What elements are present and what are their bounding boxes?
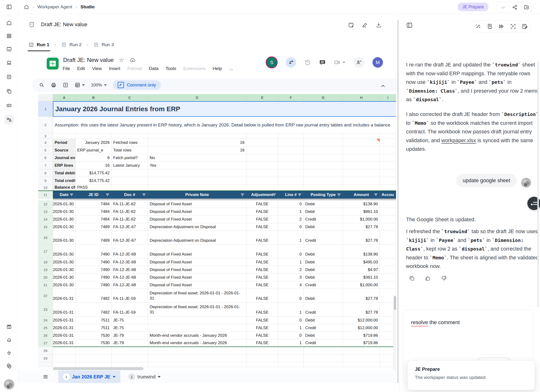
sheet-tab-jan-2026-erp-je[interactable]: 1 Jan 2026 ERP JE	[58, 371, 120, 383]
grid-cell[interactable]	[148, 355, 246, 362]
grid-cell[interactable]: 16	[148, 139, 246, 146]
print-icon[interactable]	[51, 82, 56, 88]
thumbs-down-icon[interactable]	[441, 275, 447, 281]
grid-cell[interactable]: FA-11-JE-62	[112, 200, 148, 208]
row-number[interactable]: 14	[38, 216, 53, 223]
row-number[interactable]: 10	[38, 185, 53, 191]
grid-cell[interactable]: Latest January	[112, 162, 148, 169]
column-header-B[interactable]: B	[76, 94, 112, 101]
panel-resize-handle[interactable]	[398, 20, 398, 383]
chat-scrollbar[interactable]	[537, 61, 539, 307]
grid-cell[interactable]: FALSE	[246, 245, 278, 258]
grid-cell[interactable]	[343, 355, 380, 362]
thumbs-up-icon[interactable]	[425, 275, 431, 281]
grid-cell[interactable]: JE-75	[112, 317, 148, 324]
grid-cell[interactable]: FALSE	[246, 223, 278, 231]
grid-cell[interactable]	[343, 169, 380, 177]
column-header-E[interactable]: E	[246, 94, 278, 101]
grid-cell[interactable]: Disposal of Fixed Asset	[148, 258, 246, 266]
grid-cell[interactable]: $4.97	[343, 266, 380, 274]
sidebar-toggle-icon[interactable]	[406, 22, 413, 29]
grid-cell[interactable]: 2	[278, 216, 304, 223]
grid-cell[interactable]: 1	[278, 324, 304, 332]
grid-cell[interactable]: 2026-01-30	[53, 223, 76, 231]
grid-cell[interactable]: FA-11-JE-59	[112, 289, 148, 303]
grid-cell[interactable]: FALSE	[246, 281, 278, 289]
grid-cell[interactable]	[246, 362, 278, 367]
grid-cell[interactable]	[380, 146, 396, 154]
grid-cell[interactable]: Total credits	[53, 177, 76, 185]
row-number[interactable]: 18	[38, 258, 53, 266]
grid-cell[interactable]: 1	[278, 339, 304, 347]
grid-cell[interactable]	[112, 362, 148, 367]
grid-cell[interactable]	[148, 324, 246, 332]
grid-cell[interactable]: Debit	[304, 223, 343, 231]
grid-cell[interactable]: 1	[278, 258, 304, 266]
grid-cell[interactable]: Credit	[304, 303, 343, 317]
grid-cell[interactable]	[380, 177, 396, 185]
grid-cell[interactable]: FA-12-JE-67	[112, 231, 148, 245]
sidebar-item-copies[interactable]	[5, 87, 14, 96]
grid-cell[interactable]: 7482	[76, 289, 112, 303]
grid-cell[interactable]	[112, 347, 148, 355]
grid-cell[interactable]: Debit	[304, 208, 343, 216]
grid-cell[interactable]: JE-79	[112, 332, 148, 339]
menu-extensions[interactable]: Extensions	[183, 66, 205, 71]
grid-cell[interactable]: $361.10	[343, 274, 380, 281]
double-check-icon[interactable]	[497, 2, 509, 12]
grid-cell[interactable]: Total rows	[112, 146, 148, 154]
sidebar-item-integrations[interactable]	[5, 349, 14, 358]
grid-cell[interactable]: $138.90	[343, 200, 380, 208]
chevron-up-icon[interactable]	[380, 83, 386, 89]
grid-cell[interactable]: $14,775.42	[76, 169, 112, 177]
grid-cell[interactable]	[246, 177, 278, 185]
grid-cell[interactable]: Assumption: this uses the latest January…	[53, 117, 396, 133]
sidebar-item-notifications[interactable]	[5, 335, 14, 344]
grid-cell[interactable]: FA-12-JE-68	[112, 281, 148, 289]
grid-cell[interactable]: Debit	[304, 274, 343, 281]
menu-tools[interactable]: Tools	[166, 66, 176, 71]
tab-run-1[interactable]: Run 1	[29, 38, 49, 51]
grid-cell[interactable]: 7530	[76, 339, 112, 347]
grid-cell[interactable]: Depreciation of fixed asset: 2026-01-01 …	[148, 289, 246, 303]
table-column-doc-[interactable]: Doc #	[112, 191, 148, 199]
grid-cell[interactable]: FALSE	[246, 332, 278, 339]
grid-cell[interactable]: 7489	[76, 223, 112, 231]
grid-cell[interactable]: $12,000.00	[343, 324, 380, 332]
grid-cell[interactable]: Disposal of Fixed Asset	[148, 274, 246, 281]
grid-cell[interactable]: $1,000.00	[343, 216, 380, 223]
filter-icon[interactable]	[374, 194, 377, 196]
row-number[interactable]: 13	[38, 208, 53, 216]
sidebar-item-workflow[interactable]	[5, 115, 14, 124]
grid-cell[interactable]: FALSE	[246, 200, 278, 208]
grid-cell[interactable]: FALSE	[246, 208, 278, 216]
anonymous-user-icon[interactable]	[286, 57, 296, 68]
grid-cell[interactable]	[278, 162, 304, 169]
grid-cell[interactable]	[148, 185, 246, 191]
sidebar-item-calendar[interactable]	[5, 45, 14, 54]
sidebar-item-gifts[interactable]	[5, 322, 14, 331]
column-header-I[interactable]: I	[380, 94, 396, 101]
grid-cell[interactable]: No	[148, 154, 246, 162]
row-number[interactable]: 25	[38, 324, 53, 332]
grid-cell[interactable]	[343, 154, 380, 162]
grid-cell[interactable]: FA-11-JE-59	[112, 303, 148, 317]
grid-cell[interactable]: 2026-01-30	[53, 208, 76, 216]
sidebar-item-dashboard[interactable]	[5, 31, 14, 40]
grid-cell[interactable]	[246, 139, 278, 146]
grid-cell[interactable]: FA-12-JE-68	[112, 245, 148, 258]
grid-cell[interactable]: 2026-01-30	[53, 200, 76, 208]
grid-cell[interactable]: Debit	[304, 258, 343, 266]
grid-cell[interactable]: Journal entries	[53, 154, 76, 162]
grid-cell[interactable]: PASS	[76, 185, 112, 191]
calendar-add-icon[interactable]	[348, 22, 354, 28]
table-column-private-note[interactable]: Private Note	[148, 191, 246, 199]
grid-corner[interactable]	[38, 94, 53, 101]
menu-[interactable]: ...	[229, 66, 233, 71]
table-column-adjustment[interactable]: Adjustment	[246, 191, 278, 199]
grid-cell[interactable]	[148, 317, 246, 324]
grid-cell[interactable]: Total debits	[53, 169, 76, 177]
grid-cell[interactable]	[343, 362, 380, 367]
file-link[interactable]: workpaper.xlsx	[441, 137, 476, 143]
grid-cell[interactable]	[246, 162, 278, 169]
